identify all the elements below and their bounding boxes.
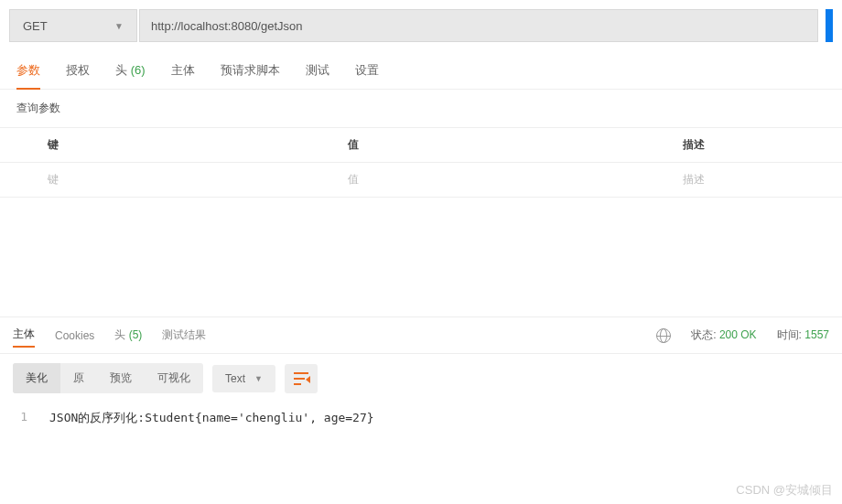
url-input[interactable]: http://localhost:8080/getJson [139,9,818,42]
time-info: 时间: 1557 [777,327,829,343]
watermark: CSDN @安城倾目 [736,482,833,499]
col-header-value: 值 [335,128,670,162]
http-method-value: GET [23,19,48,33]
url-value: http://localhost:8080/getJson [151,19,303,33]
mode-visualize[interactable]: 可视化 [145,363,203,393]
param-key-input[interactable]: 键 [0,163,335,197]
col-header-key: 键 [0,128,335,162]
tab-headers[interactable]: 头 (6) [115,62,146,89]
chevron-down-icon: ▼ [254,374,263,383]
mode-pretty[interactable]: 美化 [13,363,60,393]
http-method-select[interactable]: GET ▼ [9,9,137,42]
param-desc-input[interactable]: 描述 [670,163,842,197]
tab-tests[interactable]: 测试 [306,62,329,89]
tab-auth[interactable]: 授权 [66,62,90,89]
wrap-icon [294,372,308,385]
response-line: JSON的反序列化:Student{name='chengliu', age=2… [49,410,374,426]
globe-icon[interactable] [656,328,671,343]
params-header-row: 键 值 描述 [0,128,842,163]
status-info: 状态: 200 OK [691,327,756,343]
params-input-row[interactable]: 键 值 描述 [0,163,842,198]
resp-tab-body[interactable]: 主体 [13,323,35,348]
response-body[interactable]: 1 JSON的反序列化:Student{name='chengliu', age… [0,402,842,434]
params-table: 键 值 描述 键 值 描述 [0,128,842,198]
query-params-title: 查询参数 [0,90,842,128]
mode-preview[interactable]: 预览 [97,363,145,393]
response-tabs: 主体 Cookies 头 (5) 测试结果 状态: 200 OK 时间: 155… [0,316,842,354]
chevron-down-icon: ▼ [114,21,124,31]
tab-prerequest[interactable]: 预请求脚本 [221,62,280,89]
wrap-lines-button[interactable] [285,364,318,393]
response-toolbar: 美化 原 预览 可视化 Text ▼ [0,354,842,402]
request-tabs: 参数 授权 头 (6) 主体 预请求脚本 测试 设置 [0,51,842,90]
param-value-input[interactable]: 值 [335,163,670,197]
send-button[interactable] [826,9,833,42]
tab-body[interactable]: 主体 [171,62,195,89]
view-mode-group: 美化 原 预览 可视化 [13,363,203,393]
resp-tab-results[interactable]: 测试结果 [162,324,206,347]
col-header-desc: 描述 [670,128,842,162]
mode-raw[interactable]: 原 [60,363,97,393]
resp-tab-cookies[interactable]: Cookies [55,326,94,346]
content-type-select[interactable]: Text ▼ [212,365,275,392]
line-number: 1 [13,410,27,426]
content-type-value: Text [225,372,245,385]
resp-tab-headers[interactable]: 头 (5) [114,324,142,347]
tab-settings[interactable]: 设置 [355,62,379,89]
tab-params[interactable]: 参数 [16,62,40,90]
